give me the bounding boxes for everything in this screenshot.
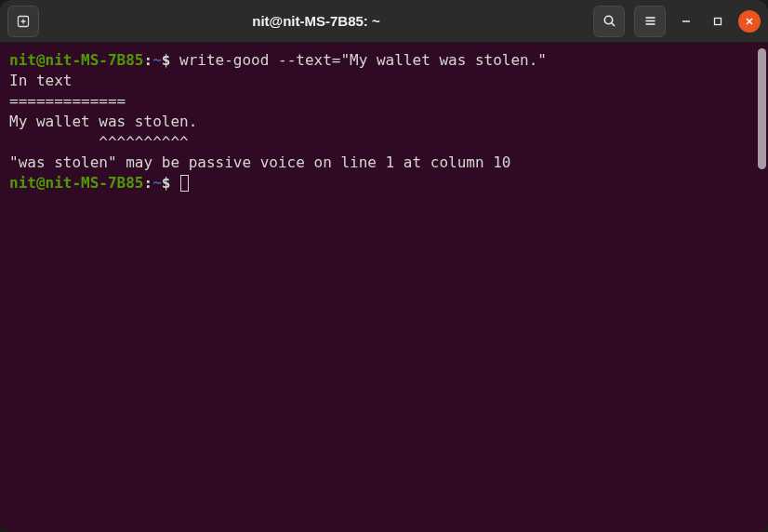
minimize-button[interactable] [675, 10, 697, 33]
scrollbar-thumb[interactable] [758, 48, 766, 169]
prompt-user-host: nit@nit-MS-7B85 [9, 51, 144, 69]
new-tab-button[interactable] [7, 6, 39, 37]
output-line-4: ^^^^^^^^^^ [9, 133, 189, 151]
command-text: write-good --text="My wallet was stolen.… [179, 51, 547, 69]
output-line-1: In text [9, 72, 72, 89]
svg-rect-9 [715, 18, 722, 24]
window-title: nit@nit-MS-7B85: ~ [39, 13, 593, 29]
output-line-2: ============= [9, 92, 126, 110]
svg-point-3 [604, 16, 612, 23]
terminal-content[interactable]: nit@nit-MS-7B85:~$ write-good --text="My… [0, 43, 768, 532]
prompt-path: ~ [152, 51, 162, 69]
prompt-path: ~ [152, 174, 162, 192]
svg-line-4 [611, 23, 614, 26]
maximize-button[interactable] [707, 10, 729, 33]
menu-button[interactable] [634, 6, 666, 37]
terminal-cursor [180, 175, 189, 192]
close-icon [745, 17, 754, 26]
titlebar-left [7, 6, 39, 37]
new-tab-icon [16, 14, 31, 29]
prompt-dollar: $ [162, 174, 179, 192]
prompt-dollar: $ [162, 51, 179, 69]
titlebar-right [593, 6, 761, 37]
minimize-icon [682, 17, 691, 26]
output-line-5: "was stolen" may be passive voice on lin… [9, 153, 510, 171]
close-button[interactable] [738, 10, 761, 33]
search-icon [602, 14, 616, 28]
maximize-icon [713, 17, 722, 26]
hamburger-icon [643, 14, 657, 28]
prompt-colon: : [144, 51, 153, 69]
window-titlebar: nit@nit-MS-7B85: ~ [0, 0, 768, 43]
prompt-user-host: nit@nit-MS-7B85 [9, 174, 144, 192]
output-line-3: My wallet was stolen. [9, 113, 197, 130]
search-button[interactable] [593, 6, 625, 37]
prompt-colon: : [144, 174, 153, 192]
